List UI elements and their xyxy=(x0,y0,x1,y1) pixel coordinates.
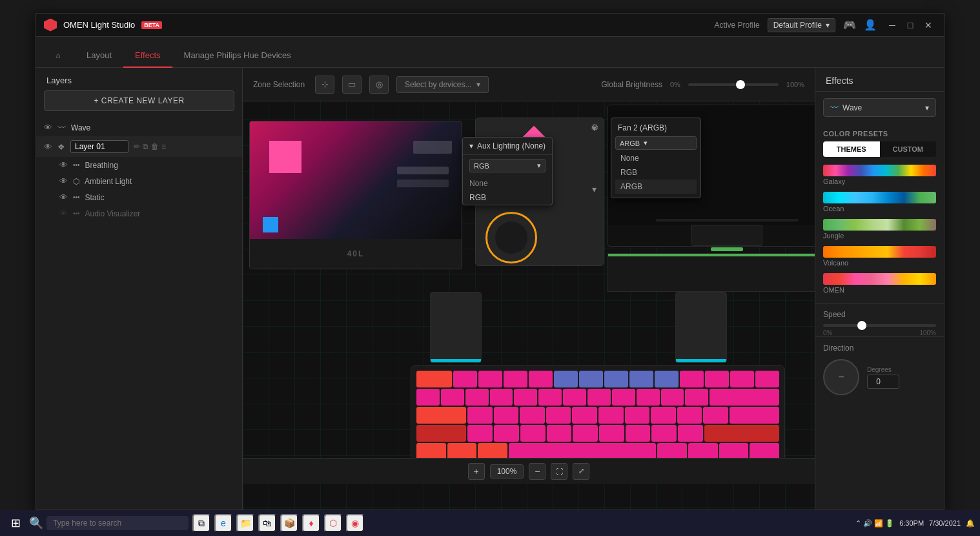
maximize-button[interactable]: □ xyxy=(903,17,918,33)
speed-thumb[interactable] xyxy=(857,321,866,330)
speaker-right xyxy=(675,292,727,363)
direction-dial[interactable]: − xyxy=(823,359,859,395)
layer-item-breathing[interactable]: 👁 ••• Breathing xyxy=(36,157,242,173)
ocean-label: Ocean xyxy=(823,203,936,214)
pc-fan2-dropdown[interactable]: ▾ xyxy=(587,183,600,196)
hpomen-icon[interactable]: ⬡ xyxy=(324,514,342,532)
create-new-layer-button[interactable]: + CREATE NEW LAYER xyxy=(44,90,234,111)
aux-lighting-dropdown[interactable]: ▾ Aux Lighting (None) RGB ▾ None RGB xyxy=(462,137,553,205)
fan2-current: ARGB xyxy=(620,139,640,147)
select-devices-label: Select by devices... xyxy=(405,80,471,89)
taskbar-search[interactable] xyxy=(46,516,189,530)
tab-layout[interactable]: Layout xyxy=(75,44,123,68)
zoom-in-button[interactable]: + xyxy=(468,463,485,480)
preset-jungle[interactable]: Jungle xyxy=(823,219,936,241)
zone-cursor-btn[interactable]: ⊹ xyxy=(315,76,334,94)
key-1-4 xyxy=(504,371,527,387)
layer-item-ambient[interactable]: 👁 ⬡ Ambient Light xyxy=(36,173,242,189)
brightness-slider-track[interactable] xyxy=(688,83,779,86)
omen-taskbar-icon[interactable]: ♦ xyxy=(302,514,320,532)
start-button[interactable]: ⊞ xyxy=(5,513,26,533)
zone-lasso-btn[interactable]: ◎ xyxy=(369,76,389,94)
fan2-dropdown[interactable]: Fan 2 (ARGB) ARGB ▾ None RGB ARGB xyxy=(611,118,701,198)
speed-slider-track[interactable] xyxy=(823,324,936,327)
key-2-12 xyxy=(685,389,708,406)
key-3-2 xyxy=(467,407,493,424)
explorer-icon[interactable]: 📁 xyxy=(236,514,254,532)
home-button[interactable]: ⌂ xyxy=(46,44,70,67)
fit-screen-button[interactable]: ⛶ xyxy=(551,463,567,480)
aux-option-none[interactable]: None xyxy=(463,176,552,191)
key-2-4 xyxy=(490,389,513,406)
key-3-3 xyxy=(494,407,519,424)
left-panel: Layers + CREATE NEW LAYER 👁 〰 Wave 👁 ❖ ✏… xyxy=(36,68,243,510)
aux-toggle-arrow: ▾ xyxy=(469,141,473,150)
effects-dropdown[interactable]: 〰 Wave ▾ xyxy=(823,98,936,117)
edge-browser-icon[interactable]: e xyxy=(214,514,232,532)
layer-item-audio[interactable]: 👁 ••• Audio Visualizer xyxy=(36,205,242,222)
app-title: OMEN Light Studio xyxy=(63,20,135,30)
layer-name-static: Static xyxy=(85,193,105,202)
layer-item-static[interactable]: 👁 ••• Static xyxy=(36,189,242,205)
fan2-opt-argb[interactable]: ARGB xyxy=(615,180,697,194)
monitor-footer: 40L xyxy=(250,239,462,269)
device-monitor-1: 40L xyxy=(249,121,462,269)
tab-effects[interactable]: Effects xyxy=(123,44,172,68)
user-icon[interactable]: 👤 xyxy=(864,19,877,31)
key-1-12 xyxy=(705,371,729,387)
layer-eye-01[interactable]: 👁 xyxy=(44,142,52,152)
speed-slider-row xyxy=(823,324,936,327)
preset-volcano[interactable]: Volcano xyxy=(823,246,936,268)
themes-tab[interactable]: THEMES xyxy=(823,141,880,157)
layer-eye-ambient[interactable]: 👁 xyxy=(59,176,68,186)
degrees-input[interactable] xyxy=(867,375,899,389)
omen-strip xyxy=(823,273,936,285)
key-4-11 xyxy=(704,425,779,442)
fullscreen-button[interactable]: ⤢ xyxy=(573,463,589,480)
zone-rect-btn[interactable]: ▭ xyxy=(342,76,362,94)
dropbox-icon[interactable]: 📦 xyxy=(280,514,298,532)
layer-eye-audio[interactable]: 👁 xyxy=(59,209,68,218)
aux-select[interactable]: RGB ▾ xyxy=(469,159,546,172)
delete-icon[interactable]: 🗑 xyxy=(151,142,159,151)
preset-ocean[interactable]: Ocean xyxy=(823,192,936,214)
store-icon[interactable]: 🛍 xyxy=(258,514,276,532)
layer-eye-wave[interactable]: 👁 xyxy=(44,123,52,132)
select-devices-button[interactable]: Select by devices... ▾ xyxy=(396,76,489,93)
edit-icon[interactable]: ✏ xyxy=(134,142,140,151)
layer-name-input[interactable] xyxy=(70,140,128,153)
task-view-button[interactable]: ⧉ xyxy=(192,514,210,532)
key-2-1 xyxy=(416,389,440,406)
pc-fan1-dropdown[interactable]: ▾ xyxy=(587,121,600,134)
monitor-screen-1 xyxy=(250,121,462,239)
key-1-14 xyxy=(755,371,779,387)
layer-item-wave[interactable]: 👁 〰 Wave xyxy=(36,119,242,136)
layer-name-ambient: Ambient Light xyxy=(85,177,132,186)
gamepad-icon[interactable]: 🎮 xyxy=(843,19,856,31)
close-button[interactable]: ✕ xyxy=(921,17,936,33)
tab-philips[interactable]: Manage Philips Hue Devices xyxy=(172,44,303,68)
notification-icon[interactable]: 🔔 xyxy=(966,519,975,528)
fan2-opt-rgb[interactable]: RGB xyxy=(615,165,697,180)
minimize-button[interactable]: ─ xyxy=(884,17,900,33)
key-1-3 xyxy=(478,371,502,387)
another-icon[interactable]: ◉ xyxy=(346,514,364,532)
layer-eye-static[interactable]: 👁 xyxy=(59,192,68,202)
zoom-out-button[interactable]: − xyxy=(529,463,546,480)
brightness-thumb[interactable] xyxy=(736,80,745,89)
brightness-max: 100% xyxy=(786,81,804,88)
custom-tab[interactable]: CUSTOM xyxy=(880,141,937,157)
profile-dropdown[interactable]: Default Profile ▾ xyxy=(768,18,835,32)
preset-galaxy[interactable]: Galaxy xyxy=(823,165,936,187)
breathing-icon: ••• xyxy=(73,161,80,169)
menu-icon[interactable]: ≡ xyxy=(161,142,166,151)
search-button[interactable]: 🔍 xyxy=(30,513,43,533)
fan2-opt-none[interactable]: None xyxy=(615,151,697,165)
copy-icon[interactable]: ⧉ xyxy=(143,142,148,151)
layer-icon-01: ❖ xyxy=(57,142,65,152)
fan2-select[interactable]: ARGB ▾ xyxy=(615,136,697,150)
layer-item-layer01[interactable]: 👁 ❖ ✏ ⧉ 🗑 ≡ xyxy=(36,136,242,157)
layer-eye-breathing[interactable]: 👁 xyxy=(59,160,68,170)
preset-omen[interactable]: OMEN xyxy=(823,273,936,295)
aux-option-rgb[interactable]: RGB xyxy=(463,191,552,205)
